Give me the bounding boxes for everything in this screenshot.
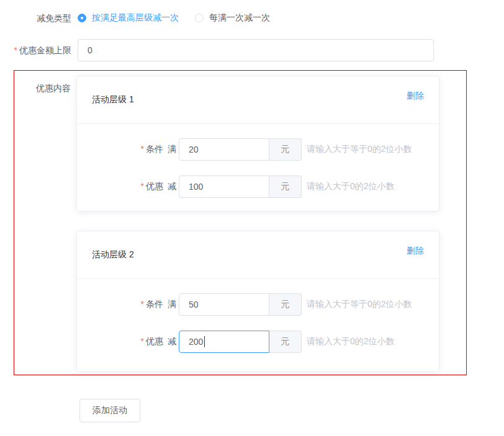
required-asterisk: * bbox=[141, 144, 144, 154]
condition-label: *条件满 bbox=[77, 144, 179, 155]
discount-input-group: 元 bbox=[179, 176, 302, 198]
field-prefix: 满 bbox=[168, 144, 176, 154]
radio-option-every-time[interactable]: 每满一次减一次 bbox=[195, 12, 270, 24]
input-hint: 请输入大于0的2位小数 bbox=[307, 336, 395, 347]
activity-level-card-2: 活动层级 2 删除 *条件满 元 请输入大于等于0的2位小数 *优惠减 元 请输… bbox=[76, 231, 439, 372]
discount-limit-row: *优惠金额上限 bbox=[0, 39, 434, 61]
condition-label: *条件满 bbox=[77, 299, 179, 310]
condition-input-group: 元 bbox=[179, 293, 302, 316]
discount-limit-input[interactable] bbox=[78, 39, 434, 61]
discount-input-group: 元 bbox=[179, 331, 302, 353]
card-header-divider bbox=[77, 123, 439, 124]
input-hint: 请输入大于等于0的2位小数 bbox=[307, 144, 412, 155]
card-title: 活动层级 1 bbox=[92, 94, 134, 104]
field-prefix: 减 bbox=[168, 336, 176, 346]
reduction-type-label: 减免类型 bbox=[0, 13, 78, 23]
add-activity-button[interactable]: 添加活动 bbox=[79, 399, 140, 422]
discount-limit-label: *优惠金额上限 bbox=[0, 45, 78, 55]
unit-append: 元 bbox=[269, 331, 302, 353]
discount-amount-input[interactable] bbox=[179, 176, 269, 198]
discount-amount-input-focused[interactable] bbox=[179, 331, 269, 353]
radio-option-highest-level[interactable]: 按满足最高层级减一次 bbox=[78, 12, 179, 24]
discount-field-row: *优惠减 元 请输入大于0的2位小数 bbox=[77, 331, 439, 353]
discount-field-row: *优惠减 元 请输入大于0的2位小数 bbox=[77, 176, 439, 198]
radio-unselected-icon bbox=[195, 14, 204, 22]
unit-append: 元 bbox=[269, 138, 302, 161]
discount-label: *优惠减 bbox=[77, 181, 179, 192]
condition-input-group: 元 bbox=[179, 138, 302, 161]
input-hint: 请输入大于0的2位小数 bbox=[307, 181, 395, 192]
reduction-type-row: 减免类型 按满足最高层级减一次 每满一次减一次 bbox=[0, 13, 270, 23]
field-prefix: 满 bbox=[168, 299, 176, 309]
card-header-divider bbox=[77, 278, 439, 279]
unit-append: 元 bbox=[269, 293, 302, 316]
radio-option-label: 每满一次减一次 bbox=[209, 12, 270, 24]
condition-field-row: *条件满 元 请输入大于等于0的2位小数 bbox=[77, 138, 439, 161]
discount-content-label: 优惠内容 bbox=[14, 83, 71, 93]
card-title: 活动层级 2 bbox=[92, 249, 134, 259]
discount-content-section: 优惠内容 活动层级 1 删除 *条件满 元 请输入大于等于0的2位小数 *优惠减… bbox=[14, 70, 467, 375]
field-prefix: 减 bbox=[168, 181, 176, 191]
input-hint: 请输入大于等于0的2位小数 bbox=[307, 299, 412, 310]
required-asterisk: * bbox=[141, 336, 144, 346]
condition-amount-input[interactable] bbox=[179, 138, 269, 161]
required-asterisk: * bbox=[141, 299, 144, 309]
condition-field-row: *条件满 元 请输入大于等于0的2位小数 bbox=[77, 293, 439, 316]
required-asterisk: * bbox=[14, 45, 17, 55]
text-caret bbox=[204, 336, 205, 347]
required-asterisk: * bbox=[141, 181, 144, 191]
radio-option-label: 按满足最高层级减一次 bbox=[92, 12, 179, 24]
condition-amount-input[interactable] bbox=[179, 293, 269, 316]
activity-level-card-1: 活动层级 1 删除 *条件满 元 请输入大于等于0的2位小数 *优惠减 元 请输… bbox=[76, 76, 439, 211]
delete-card-2-link[interactable]: 删除 bbox=[407, 246, 424, 256]
delete-card-1-link[interactable]: 删除 bbox=[407, 91, 424, 100]
unit-append: 元 bbox=[269, 176, 302, 198]
radio-selected-icon bbox=[78, 14, 86, 22]
discount-label: *优惠减 bbox=[77, 336, 179, 347]
promotion-form-page: 减免类型 按满足最高层级减一次 每满一次减一次 *优惠金额上限 优惠内容 活动层… bbox=[0, 0, 504, 436]
